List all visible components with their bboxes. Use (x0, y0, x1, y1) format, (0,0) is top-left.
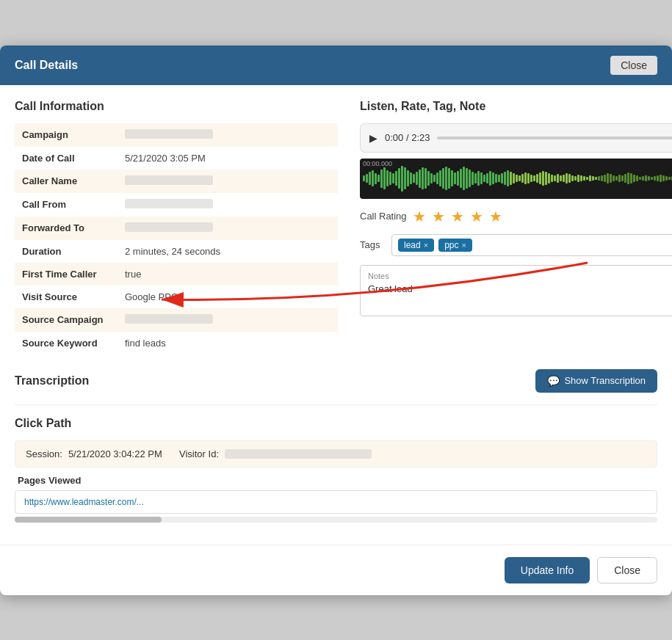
waveform-bar (607, 173, 609, 183)
header-close-button[interactable]: Close (610, 56, 657, 75)
waveform-bar (519, 175, 521, 181)
waveform-bar (657, 175, 659, 181)
waveform-bar (448, 168, 450, 189)
waveform-bar (451, 170, 453, 186)
play-button[interactable]: ▶ (369, 132, 377, 144)
table-row: Forwarded To (15, 217, 338, 240)
star-3[interactable]: ★ (451, 208, 464, 225)
waveform-bar (460, 169, 462, 188)
notes-label: Notes (368, 272, 672, 280)
waveform-bar (375, 173, 377, 184)
waveform-bar (571, 175, 574, 181)
waveform-bar (524, 172, 527, 184)
row-label: Call From (15, 193, 118, 217)
waveform-bar (489, 171, 491, 186)
right-column: Listen, Rate, Tag, Note ▶ 0:00 / 2:23 🔊 … (360, 100, 672, 354)
waveform-bar (660, 175, 662, 182)
waveform-bar (383, 167, 386, 189)
waveform-bar (474, 173, 477, 183)
waveform-bar (630, 173, 632, 183)
left-column: Call Information CampaignDate of Call5/2… (15, 100, 338, 354)
waveform-bar (439, 170, 441, 186)
table-row: Date of Call5/21/2020 3:05 PM (15, 147, 338, 170)
blurred-value (125, 175, 213, 185)
show-transcription-button[interactable]: 💬 Show Transcription (535, 369, 657, 393)
notes-box[interactable]: Notes Great lead (360, 265, 672, 316)
waveform-bar (483, 175, 485, 182)
star-4[interactable]: ★ (470, 208, 483, 225)
tag-ppc-remove[interactable]: × (461, 241, 466, 250)
two-column-layout: Call Information CampaignDate of Call5/2… (15, 100, 657, 354)
waveform-bar (416, 172, 418, 185)
row-label: Source Campaign (15, 308, 118, 332)
waveform-bar (492, 172, 494, 184)
waveform-bar (554, 175, 556, 181)
waveform-bar (592, 176, 594, 181)
row-value: find leads (118, 332, 338, 354)
footer-close-button[interactable]: Close (597, 557, 657, 583)
star-1[interactable]: ★ (413, 208, 426, 225)
page-url[interactable]: https://www.leadmaster.com/... (21, 494, 651, 510)
waveform-bar (463, 167, 465, 190)
waveform-display: 00:00.000 (360, 159, 672, 199)
call-rating-row: Call Rating ★ ★ ★ ★ ★ (360, 208, 672, 225)
table-row: Source Keywordfind leads (15, 332, 338, 354)
waveform-bar (430, 173, 433, 183)
section-divider (15, 404, 657, 405)
tag-lead: lead × (398, 239, 434, 252)
waveform-bar (598, 176, 600, 181)
tag-lead-remove[interactable]: × (424, 241, 428, 250)
click-path-section: Click Path Session: 5/21/2020 3:04:22 PM… (15, 417, 657, 523)
star-5[interactable]: ★ (489, 208, 502, 225)
scrollbar-thumb[interactable] (15, 517, 162, 523)
call-details-modal: Call Details Close Call Information Camp… (0, 46, 672, 595)
chat-icon: 💬 (547, 375, 560, 387)
waveform-bar (472, 172, 474, 185)
waveform-bar (501, 173, 503, 183)
row-label: Campaign (15, 123, 118, 147)
call-rating-label: Call Rating (360, 211, 407, 222)
session-bar: Session: 5/21/2020 3:04:22 PM Visitor Id… (15, 440, 657, 468)
audio-progress-bar[interactable] (437, 137, 672, 139)
waveform-bar (457, 171, 459, 186)
table-row: Source Campaign (15, 308, 338, 332)
pages-scroll-container[interactable]: https://www.leadmaster.com/... (15, 490, 657, 514)
blurred-value (125, 222, 213, 232)
waveform-bar (548, 173, 550, 183)
audio-player: ▶ 0:00 / 2:23 🔊 ⋮ (360, 123, 672, 153)
waveform-bar (560, 175, 562, 181)
waveform-bar (413, 174, 415, 183)
blurred-value (125, 314, 213, 324)
waveform-bar (610, 174, 612, 183)
star-2[interactable]: ★ (432, 208, 445, 225)
table-row: Call From (15, 193, 338, 217)
row-value (118, 170, 338, 193)
table-row: Caller Name (15, 170, 338, 193)
waveform-bar (577, 175, 579, 182)
table-row: First Time Callertrue (15, 263, 338, 286)
modal-title: Call Details (15, 59, 78, 72)
row-label: Visit Source (15, 286, 118, 308)
waveform-bar (480, 172, 483, 184)
waveform-bar (618, 175, 621, 182)
tags-container[interactable]: lead × ppc × ▾ (391, 234, 672, 256)
waveform-bar (510, 172, 512, 185)
waveform-bar (536, 174, 538, 183)
notes-text: Great lead (368, 283, 672, 294)
waveform-bar (422, 167, 424, 189)
waveform-bar (507, 170, 509, 186)
waveform-bar (642, 176, 644, 181)
waveform-bar (624, 174, 626, 183)
update-info-button[interactable]: Update Info (505, 557, 590, 583)
waveform-bar (527, 173, 530, 183)
waveform-bar (568, 174, 571, 183)
click-path-title: Click Path (15, 417, 657, 430)
waveform-bar (454, 172, 456, 184)
row-label: Caller Name (15, 170, 118, 193)
waveform-bar (633, 175, 635, 182)
waveform-bar (433, 175, 436, 182)
waveform-bar (662, 175, 665, 181)
scroll-inner: https://www.leadmaster.com/... (15, 491, 657, 513)
row-value (118, 193, 338, 217)
waveform-bar (442, 168, 444, 189)
